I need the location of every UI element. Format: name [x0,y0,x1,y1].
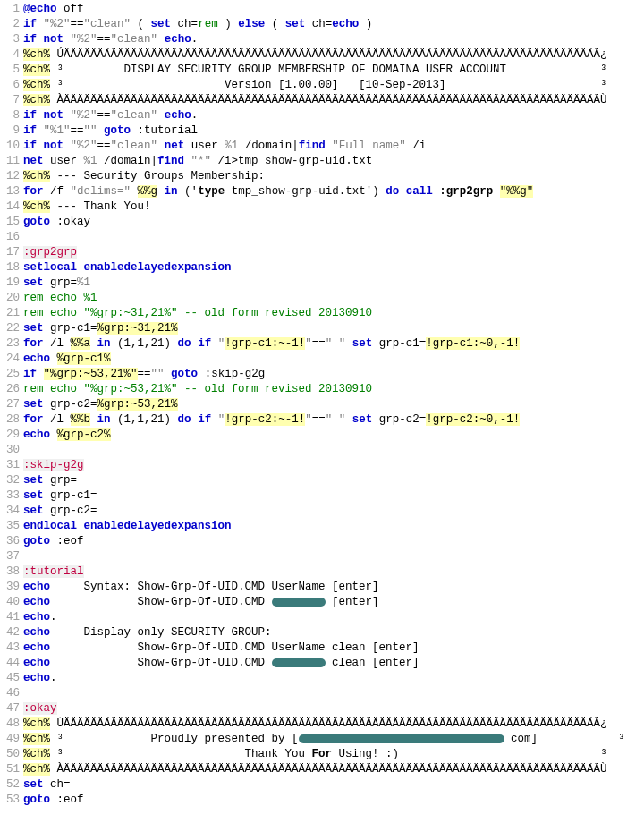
token: == [312,413,326,426]
token: %ch% [23,48,50,61]
token: if [23,18,37,30]
code-line: 26rem echo "%grp:~53,21%" -- old form re… [0,382,644,397]
code-line: 42echo Display only SECURITY GROUP: [0,625,644,641]
code-line: 53goto :eof [0,793,644,808]
token [184,155,191,167]
token: com] ³ [504,733,625,745]
code-line: 22set grp-c1=%grp:~31,21% [0,321,644,336]
code-content: set grp=%1 [23,276,644,291]
token: echo [23,626,50,639]
token [345,413,352,426]
code-content: echo %grp-c1% [23,352,644,367]
token: ³ Proudly presented by [ [50,733,299,745]
line-number: 34 [0,504,23,519]
line-number: 35 [0,519,23,534]
token: !grp-c1:~0,-1! [426,337,520,350]
token: " " [326,337,346,350]
token: goto [23,793,50,806]
token: == [97,109,111,122]
code-content [23,443,644,458]
token [37,124,44,137]
token: echo [23,641,50,654]
line-number: 18 [0,260,23,276]
code-line: 48%ch% ÚÄÄÄÄÄÄÄÄÄÄÄÄÄÄÄÄÄÄÄÄÄÄÄÄÄÄÄÄÄÄÄÄ… [0,717,644,732]
token: %grp-c2% [57,428,111,441]
line-number: 16 [0,230,23,245]
token: "clean" [84,18,131,30]
token: ch= [305,18,332,30]
token: rem echo "%grp:~53,21%" -- old form revi… [23,383,372,395]
token: else [238,18,265,30]
token: grp= [44,474,78,487]
code-content: if "%2"=="clean" ( set ch=rem ) else ( s… [23,17,644,32]
token: grp= [44,276,78,289]
token: set [23,489,44,502]
code-content: %ch% ÀÄÄÄÄÄÄÄÄÄÄÄÄÄÄÄÄÄÄÄÄÄÄÄÄÄÄÄÄÄÄÄÄÄÄ… [23,93,644,108]
token [64,140,71,152]
token: == [97,33,111,46]
token [90,337,97,350]
code-line: 15goto :okay [0,215,644,230]
code-content: :skip-g2g [23,458,644,473]
token: Show-Grp-Of-UID.CMD [50,596,272,608]
token [131,185,138,198]
token [157,33,165,46]
token: goto [171,368,198,380]
token: if [198,413,211,426]
token: == [71,124,84,137]
token: Show-Grp-Of-UID.CMD UserName clean [ente… [50,641,419,654]
line-number: 30 [0,443,23,458]
code-content: if "%1"=="" goto :tutorial [23,123,644,139]
code-line: 13for /f "delims=" %%g in ('type tmp_sho… [0,184,644,199]
code-content: set grp-c2=%grp:~53,21% [23,397,644,412]
token: %ch% [23,64,50,76]
code-content: echo Show-Grp-Of-UID.CMD [enter] [23,595,644,610]
token [37,33,44,46]
code-line: 12%ch% --- Security Groups Membership: [0,169,644,184]
token: :okay [23,702,57,715]
token: ÚÄÄÄÄÄÄÄÄÄÄÄÄÄÄÄÄÄÄÄÄÄÄÄÄÄÄÄÄÄÄÄÄÄÄÄÄÄÄÄ… [50,717,607,730]
code-content: for /f "delims=" %%g in ('type tmp_show-… [23,184,644,199]
token: goto [23,535,50,547]
token [211,413,218,426]
line-number: 42 [0,625,23,641]
token: :grp2grp [23,246,77,259]
token: %ch% [23,763,50,776]
token: set [23,505,44,517]
token: enabledelayedexpansion [84,520,232,532]
token: net [23,155,44,167]
token [64,33,71,46]
line-number: 48 [0,717,23,732]
code-content: if not "%2"=="clean" echo. [23,32,644,47]
code-line: 43echo Show-Grp-Of-UID.CMD UserName clea… [0,641,644,656]
token: grp-c2= [372,413,426,426]
line-number: 10 [0,139,23,154]
line-number: 11 [0,154,23,169]
token: "delims=" [71,185,131,198]
line-number: 44 [0,656,23,671]
line-number: 26 [0,382,23,397]
token: " " [326,413,346,426]
token: echo [23,581,50,593]
line-number: 38 [0,564,23,580]
token: Syntax: Show-Grp-Of-UID.CMD UserName [en… [50,581,379,593]
token [77,261,84,274]
token: "%2" [71,33,97,46]
code-line: 6%ch% ³ Version [1.00.00] [10-Sep-2013] … [0,78,644,93]
token: in [165,185,178,198]
code-content: endlocal enabledelayedexpansion [23,519,644,534]
token: ÚÄÄÄÄÄÄÄÄÄÄÄÄÄÄÄÄÄÄÄÄÄÄÄÄÄÄÄÄÄÄÄÄÄÄÄÄÄÄÄ… [50,48,607,61]
line-number: 53 [0,793,23,808]
token: if [23,368,37,380]
token: %ch% [23,717,50,730]
token: for [23,413,44,426]
token [97,124,105,137]
token: do [178,413,191,426]
code-line: 44echo Show-Grp-Of-UID.CMD clean [enter] [0,656,644,671]
code-line: 11net user %1 /domain|find "*" /i>tmp_sh… [0,154,644,169]
token: goto [104,124,131,137]
token: rem echo "%grp:~31,21%" -- old form revi… [23,307,372,319]
code-line: 50%ch% ³ Thank You For Using! :) ³ [0,747,644,762]
token: if [23,33,37,46]
line-number: 37 [0,549,23,564]
